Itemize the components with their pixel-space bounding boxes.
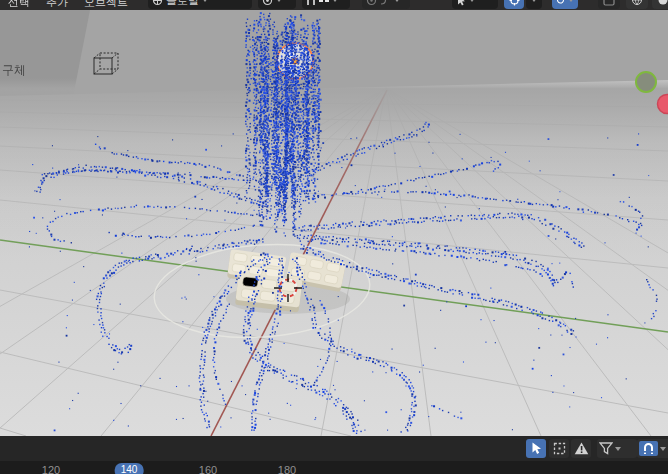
timeline-header [0, 436, 668, 461]
wireframe-globe-icon [631, 0, 643, 6]
chevron-down-icon [332, 0, 338, 2]
blender-window: 선택 추가 오브젝트 글로벌 [0, 0, 668, 474]
chevron-down-icon [660, 447, 666, 451]
gizmo-dropdown[interactable] [526, 0, 542, 9]
falloff-icon [380, 0, 391, 6]
viewport-header: 선택 추가 오브젝트 글로벌 [0, 0, 668, 10]
chevron-down-icon [568, 0, 574, 2]
menu-object[interactable]: 오브젝트 [80, 0, 132, 10]
chevron-down-icon [615, 447, 621, 451]
pivot-icon [262, 0, 273, 6]
menu-add[interactable]: 추가 [42, 0, 72, 10]
snap-magnet-icon [643, 443, 654, 455]
particle-layer [0, 10, 668, 436]
menu-select[interactable]: 선택 [4, 0, 34, 10]
orientation-icon [152, 0, 163, 6]
xray-icon [603, 0, 615, 6]
frame-tick-label: 120 [42, 464, 60, 474]
3d-viewport[interactable]: 구체 [0, 10, 668, 436]
chevron-down-icon [276, 0, 282, 2]
frame-tick-label: 180 [278, 464, 296, 474]
solid-sphere-icon [657, 0, 668, 6]
view-object-types-dropdown[interactable] [452, 0, 498, 9]
filter-icon [599, 442, 613, 455]
object-name-label: 구체 [2, 62, 26, 79]
transform-orientation-dropdown[interactable]: 글로벌 [148, 0, 252, 9]
warning-button[interactable] [571, 439, 591, 458]
proportional-editing-widget[interactable] [362, 0, 410, 9]
gizmo-icon [509, 0, 520, 6]
cursor-tool-button[interactable] [526, 439, 546, 458]
chevron-down-icon [394, 0, 400, 2]
cursor-icon [530, 442, 542, 455]
orientation-label: 글로벌 [166, 0, 199, 8]
show-gizmo-toggle[interactable] [504, 0, 524, 9]
chevron-down-icon [202, 0, 208, 2]
filter-group[interactable] [597, 439, 637, 458]
chevron-down-icon [469, 0, 475, 2]
proportional-icon [366, 0, 377, 6]
cursor-icon [456, 0, 466, 6]
chevron-down-icon [531, 0, 537, 2]
overlays-icon [556, 0, 565, 6]
snap-toggle[interactable] [639, 441, 658, 456]
shading-solid-button[interactable] [652, 0, 668, 9]
magnet-icon [306, 0, 316, 6]
timeline-ruler[interactable]: 120 140 160 180 [0, 461, 668, 474]
warning-icon [574, 442, 589, 455]
timeline-editor: 120 140 160 180 [0, 436, 668, 474]
snapping-widget[interactable] [302, 0, 350, 9]
xray-toggle[interactable] [598, 0, 620, 9]
frame-tick-label: 160 [199, 464, 217, 474]
show-overlays-toggle[interactable] [552, 0, 578, 9]
shading-wireframe-button[interactable] [626, 0, 648, 9]
current-frame-indicator[interactable]: 140 [115, 463, 144, 474]
snap-group [637, 439, 668, 458]
pivot-point-dropdown[interactable] [258, 0, 296, 9]
box-select-icon [553, 442, 566, 455]
snap-mode-icon [319, 0, 329, 2]
box-select-button[interactable] [549, 439, 569, 458]
